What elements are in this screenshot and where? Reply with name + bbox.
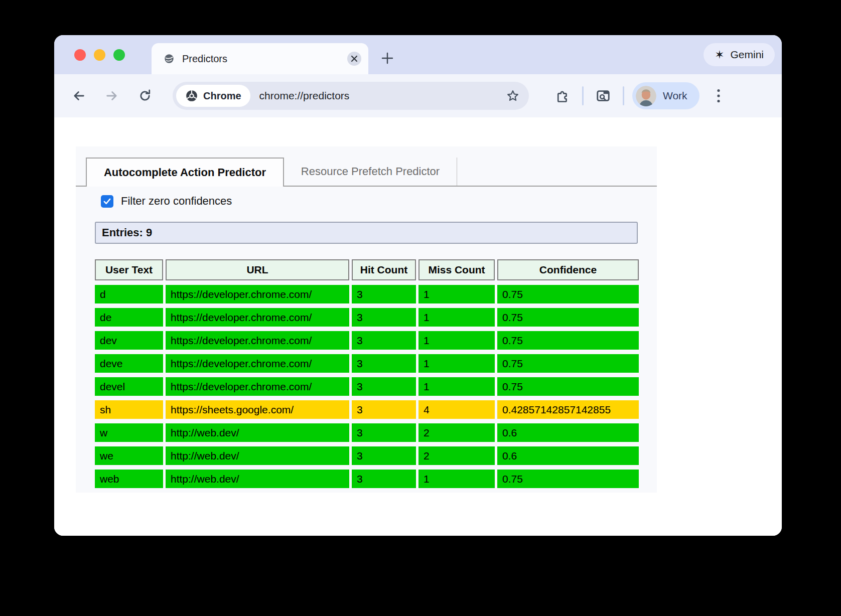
close-window-button[interactable]: [74, 49, 86, 61]
tab-strip: Predictors ✶ Gemini: [54, 35, 782, 74]
table-cell-user-text: deve: [95, 354, 163, 373]
table-cell-miss-count: 1: [418, 377, 495, 396]
url-text[interactable]: chrome://predictors: [259, 90, 506, 102]
table-cell-url: https://developer.chrome.com/: [166, 377, 349, 396]
predictors-page: Autocomplete Action Predictor Resource P…: [76, 146, 657, 493]
table-cell-miss-count: 1: [418, 331, 495, 350]
table-cell-hit-count: 3: [352, 308, 416, 327]
table-cell-url: http://web.dev/: [166, 423, 349, 442]
gemini-label: Gemini: [730, 49, 764, 61]
predictor-tabs: Autocomplete Action Predictor Resource P…: [76, 158, 657, 187]
reload-button[interactable]: [133, 84, 157, 107]
table-cell-miss-count: 2: [418, 446, 495, 465]
table-row: devhttps://developer.chrome.com/310.75: [95, 331, 639, 350]
traffic-lights: [74, 49, 125, 61]
browser-tab-predictors[interactable]: Predictors: [152, 43, 368, 74]
table-cell-confidence: 0.75: [497, 354, 639, 373]
table-cell-confidence: 0.6: [497, 423, 639, 442]
table-cell-user-text: we: [95, 446, 163, 465]
predictions-table: User TextURLHit CountMiss CountConfidenc…: [92, 255, 641, 493]
table-cell-user-text: de: [95, 308, 163, 327]
entries-bar: Entries: 9: [95, 222, 638, 244]
table-cell-user-text: d: [95, 285, 163, 303]
chrome-logo-icon: [185, 89, 198, 102]
chrome-chip-label: Chrome: [203, 90, 241, 102]
forward-button[interactable]: [100, 84, 123, 107]
table-cell-user-text: devel: [95, 377, 163, 396]
table-cell-confidence: 0.6: [497, 446, 639, 465]
avatar: [636, 86, 656, 106]
table-cell-url: https://developer.chrome.com/: [166, 308, 349, 327]
new-tab-button[interactable]: [379, 50, 395, 66]
gemini-button[interactable]: ✶ Gemini: [704, 43, 775, 66]
column-header: User Text: [95, 259, 163, 280]
table-cell-user-text: sh: [95, 400, 163, 419]
globe-favicon-icon: [164, 53, 175, 64]
tab-search-button[interactable]: [592, 84, 615, 107]
tab-resource-prefetch-predictor[interactable]: Resource Prefetch Predictor: [284, 158, 457, 186]
table-cell-confidence: 0.75: [497, 331, 639, 350]
filter-zero-confidences-checkbox[interactable]: [101, 195, 113, 208]
table-cell-url: https://sheets.google.com/: [166, 400, 349, 419]
gemini-sparkle-icon: ✶: [715, 49, 724, 61]
table-row: develhttps://developer.chrome.com/310.75: [95, 377, 639, 396]
table-row: devehttps://developer.chrome.com/310.75: [95, 354, 639, 373]
column-header: Confidence: [497, 259, 639, 280]
column-header: Miss Count: [418, 259, 495, 280]
profile-button[interactable]: Work: [632, 82, 699, 109]
minimize-window-button[interactable]: [94, 49, 105, 61]
table-cell-url: https://developer.chrome.com/: [166, 354, 349, 373]
table-cell-hit-count: 3: [352, 331, 416, 350]
table-cell-user-text: w: [95, 423, 163, 442]
table-row: shhttps://sheets.google.com/340.42857142…: [95, 400, 639, 419]
table-cell-miss-count: 2: [418, 423, 495, 442]
table-cell-confidence: 0.75: [497, 377, 639, 396]
table-cell-url: https://developer.chrome.com/: [166, 285, 349, 303]
table-cell-miss-count: 1: [418, 308, 495, 327]
menu-kebab-button[interactable]: [709, 84, 729, 107]
table-cell-hit-count: 3: [352, 285, 416, 303]
table-cell-hit-count: 3: [352, 400, 416, 419]
table-cell-hit-count: 3: [352, 446, 416, 465]
entries-count: Entries: 9: [102, 226, 152, 239]
toolbar-divider: [623, 86, 624, 105]
table-cell-hit-count: 3: [352, 423, 416, 442]
zoom-window-button[interactable]: [113, 49, 125, 61]
extensions-button[interactable]: [551, 84, 574, 107]
browser-toolbar: Chrome chrome://predictors: [54, 74, 782, 117]
table-cell-confidence: 0.42857142857142855: [497, 400, 639, 419]
table-cell-hit-count: 3: [352, 470, 416, 488]
bookmark-star-icon[interactable]: [506, 89, 520, 103]
tab-close-button[interactable]: [347, 52, 361, 66]
chrome-chip[interactable]: Chrome: [176, 85, 250, 107]
table-cell-url: http://web.dev/: [166, 446, 349, 465]
page-viewport: Autocomplete Action Predictor Resource P…: [54, 117, 782, 536]
table-cell-confidence: 0.75: [497, 470, 639, 488]
table-cell-hit-count: 3: [352, 354, 416, 373]
table-row: wehttp://web.dev/320.6: [95, 446, 639, 465]
back-button[interactable]: [67, 84, 90, 107]
browser-window: Predictors ✶ Gemini: [54, 35, 782, 536]
table-cell-miss-count: 1: [418, 354, 495, 373]
tab-title: Predictors: [182, 53, 227, 65]
table-cell-url: https://developer.chrome.com/: [166, 331, 349, 350]
filter-label[interactable]: Filter zero confidences: [121, 195, 232, 208]
table-cell-hit-count: 3: [352, 377, 416, 396]
table-cell-user-text: dev: [95, 331, 163, 350]
address-bar[interactable]: Chrome chrome://predictors: [173, 82, 529, 110]
profile-label: Work: [663, 90, 687, 102]
filter-row: Filter zero confidences: [101, 195, 657, 208]
table-cell-miss-count: 4: [418, 400, 495, 419]
tab-autocomplete-action-predictor[interactable]: Autocomplete Action Predictor: [86, 158, 284, 187]
table-cell-miss-count: 1: [418, 285, 495, 303]
table-cell-url: http://web.dev/: [166, 470, 349, 488]
table-cell-confidence: 0.75: [497, 308, 639, 327]
table-cell-user-text: web: [95, 470, 163, 488]
column-header: URL: [166, 259, 349, 280]
table-cell-confidence: 0.75: [497, 285, 639, 303]
table-header-row: User TextURLHit CountMiss CountConfidenc…: [95, 259, 639, 280]
column-header: Hit Count: [352, 259, 416, 280]
table-row: webhttp://web.dev/310.75: [95, 470, 639, 488]
table-cell-miss-count: 1: [418, 470, 495, 488]
table-row: dhttps://developer.chrome.com/310.75: [95, 285, 639, 303]
